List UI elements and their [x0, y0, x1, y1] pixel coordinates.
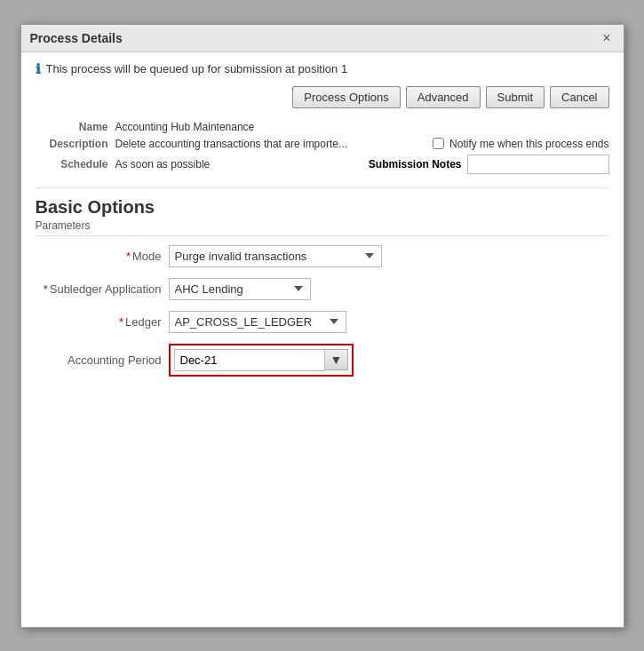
- accounting-period-input[interactable]: [174, 349, 325, 371]
- notify-checkbox[interactable]: [433, 138, 444, 149]
- schedule-value: As soon as possible: [115, 158, 342, 171]
- process-details-dialog: Process Details × ℹ This process will be…: [20, 24, 624, 628]
- info-bar: ℹ This process will be queued up for sub…: [36, 61, 609, 77]
- description-value: Delete accounting transactions that are …: [115, 138, 407, 150]
- mode-label: *Mode: [36, 250, 169, 263]
- name-value: Accounting Hub Maintenance: [115, 121, 609, 133]
- ledger-label: *Ledger: [36, 315, 169, 329]
- cancel-button[interactable]: Cancel: [550, 86, 608, 108]
- basic-options-title: Basic Options: [36, 197, 609, 218]
- form-section: *Mode Purge invalid transactions Validat…: [36, 245, 609, 377]
- mode-required-star: *: [126, 250, 131, 263]
- submission-notes-label: Submission Notes: [369, 158, 462, 171]
- dialog-body: ℹ This process will be queued up for sub…: [21, 52, 624, 627]
- info-icon: ℹ: [36, 61, 41, 77]
- parameters-subtitle: Parameters: [36, 219, 609, 236]
- dialog-title: Process Details: [30, 31, 123, 45]
- description-label: Description: [36, 138, 115, 150]
- subledger-label: *Subledger Application: [36, 282, 169, 296]
- mode-row: *Mode Purge invalid transactions Validat…: [36, 245, 609, 267]
- subledger-required-star: *: [44, 282, 48, 296]
- name-label: Name: [36, 121, 115, 133]
- schedule-row: Schedule As soon as possible Submission …: [36, 155, 609, 174]
- process-options-button[interactable]: Process Options: [292, 86, 400, 108]
- toolbar: Process Options Advanced Submit Cancel: [36, 86, 609, 108]
- meta-section: Name Accounting Hub Maintenance Descript…: [36, 121, 609, 188]
- notify-label: Notify me when this process ends: [449, 138, 608, 150]
- name-row: Name Accounting Hub Maintenance: [36, 121, 609, 133]
- ledger-select[interactable]: AP_CROSS_LE_LEDGER PRIMARY_LEDGER: [169, 311, 346, 333]
- accounting-period-label: Accounting Period: [36, 353, 169, 367]
- dialog-header: Process Details ×: [21, 25, 624, 52]
- close-button[interactable]: ×: [599, 30, 614, 46]
- subledger-select[interactable]: AHC Lending AP AR: [169, 278, 311, 300]
- submission-notes-input[interactable]: [467, 155, 609, 174]
- accounting-period-wrapper: ▼: [169, 344, 354, 377]
- submit-button[interactable]: Submit: [486, 86, 545, 108]
- accounting-period-row: Accounting Period ▼: [36, 344, 609, 377]
- mode-select[interactable]: Purge invalid transactions Validate Proc…: [169, 245, 382, 267]
- basic-options-section: Basic Options Parameters *Mode Purge inv…: [36, 197, 609, 377]
- description-row: Description Delete accounting transactio…: [36, 138, 609, 150]
- ledger-row: *Ledger AP_CROSS_LE_LEDGER PRIMARY_LEDGE…: [36, 311, 609, 333]
- schedule-label: Schedule: [36, 158, 115, 171]
- advanced-button[interactable]: Advanced: [406, 86, 481, 108]
- submission-notes-section: Submission Notes: [369, 155, 609, 174]
- ledger-required-star: *: [119, 315, 123, 329]
- subledger-row: *Subledger Application AHC Lending AP AR: [36, 278, 609, 300]
- notify-section: Notify me when this process ends: [433, 138, 608, 150]
- info-message: This process will be queued up for submi…: [46, 62, 348, 75]
- accounting-period-dropdown-button[interactable]: ▼: [325, 349, 349, 370]
